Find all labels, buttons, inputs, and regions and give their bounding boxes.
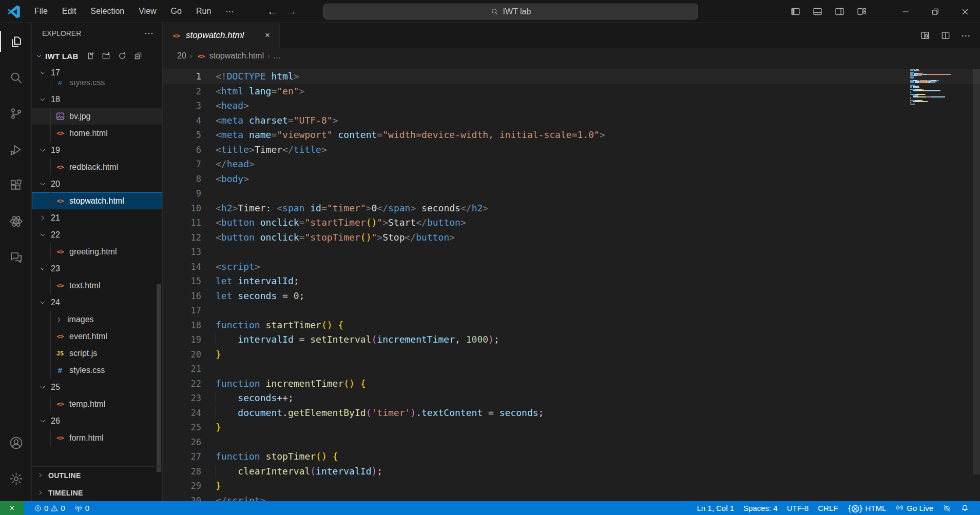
- activity-item-chat[interactable]: [0, 242, 32, 272]
- cursor-position[interactable]: Ln 1, Col 1: [692, 501, 739, 515]
- new-file-icon[interactable]: [86, 51, 95, 61]
- code-line[interactable]: 20}: [163, 347, 980, 362]
- tree-folder-19[interactable]: 19: [32, 142, 162, 159]
- tree-folder-26[interactable]: 26: [32, 412, 162, 429]
- collapse-all-icon[interactable]: [133, 51, 143, 61]
- workspace-section[interactable]: IWT LAB: [32, 48, 162, 64]
- indentation[interactable]: Spaces: 4: [739, 501, 782, 515]
- more-actions-icon[interactable]: ⋯: [961, 30, 971, 42]
- code-editor[interactable]: 1<!DOCTYPE html>2<html lang="en">3<head>…: [163, 64, 980, 501]
- tree-folder-21[interactable]: 21: [32, 209, 162, 226]
- problems-status[interactable]: 00: [29, 501, 70, 515]
- activity-item-extensions[interactable]: [0, 170, 32, 201]
- minimize-button[interactable]: [891, 0, 920, 23]
- code-line[interactable]: 12<button onclick="stopTimer()">Stop</bu…: [163, 230, 980, 245]
- tree-item-home.html[interactable]: <>home.html: [32, 125, 162, 142]
- code-line[interactable]: 29}: [163, 479, 980, 493]
- breadcrumb-item-[interactable]: ...: [274, 51, 280, 61]
- go-live[interactable]: Go Live: [891, 501, 938, 515]
- breadcrumb-item-stopwatchhtml[interactable]: <>stopwatch.html: [196, 51, 264, 61]
- menu-File[interactable]: File: [29, 5, 53, 18]
- code-line[interactable]: 6<title>Timer</title>: [163, 143, 980, 157]
- code-line[interactable]: 16let seconds = 0;: [163, 289, 980, 304]
- code-line[interactable]: 19 intervalId = setInterval(incrementTim…: [163, 332, 980, 347]
- tree-item-temp.html[interactable]: <>temp.html: [32, 395, 162, 412]
- tree-item-styles.css[interactable]: #styles.css: [32, 362, 162, 379]
- code-line[interactable]: 25}: [163, 420, 980, 435]
- tree-folder-23[interactable]: 23: [32, 260, 162, 277]
- code-line[interactable]: 1<!DOCTYPE html>: [163, 69, 980, 84]
- code-line[interactable]: 11<button onclick="startTimer()">Start</…: [163, 215, 980, 230]
- code-line[interactable]: 24 document.getElementById('timer').text…: [163, 406, 980, 421]
- code-line[interactable]: 9: [163, 186, 980, 201]
- menu-Edit[interactable]: Edit: [56, 5, 82, 18]
- menu-menu[interactable]: ⋯: [220, 5, 239, 18]
- tree-item-event.html[interactable]: <>event.html: [32, 328, 162, 345]
- breadcrumb-item-20[interactable]: 20: [177, 51, 186, 61]
- code-line[interactable]: 22function incrementTimer() {: [163, 377, 980, 391]
- code-line[interactable]: 21: [163, 362, 980, 377]
- tab-close-icon[interactable]: ×: [262, 30, 273, 41]
- tree-folder-22[interactable]: 22: [32, 226, 162, 243]
- toggle-primary-sidebar-icon[interactable]: [790, 6, 801, 17]
- code-line[interactable]: 7</head>: [163, 157, 980, 172]
- editor-scrollbar[interactable]: [973, 69, 980, 474]
- code-line[interactable]: 17: [163, 303, 980, 318]
- tree-folder-18[interactable]: 18: [32, 91, 162, 108]
- code-line[interactable]: 5<meta name="viewport" content="width=de…: [163, 128, 980, 143]
- forward-arrow-icon[interactable]: →: [286, 5, 297, 17]
- activity-item-settings[interactable]: [0, 463, 32, 494]
- activity-item-search[interactable]: [0, 62, 32, 93]
- close-button[interactable]: [950, 0, 980, 23]
- code-line[interactable]: 2<html lang="en">: [163, 84, 980, 99]
- menu-Run[interactable]: Run: [190, 5, 217, 18]
- tree-item-redblack.html[interactable]: <>redblack.html: [32, 159, 162, 175]
- remote-indicator[interactable]: [0, 501, 24, 515]
- code-line[interactable]: 10<h2>Timer: <span id="timer">0</span> s…: [163, 201, 980, 216]
- code-line[interactable]: 3<head>: [163, 98, 980, 113]
- tree-item-form.html[interactable]: <>form.html: [32, 429, 162, 446]
- eol[interactable]: CRLF: [813, 501, 842, 515]
- tree-item-styles.css[interactable]: #styles.css: [32, 81, 162, 91]
- split-editor-icon[interactable]: [940, 30, 951, 41]
- back-arrow-icon[interactable]: ←: [267, 5, 278, 17]
- activity-item-explorer[interactable]: [0, 26, 32, 57]
- ports-status[interactable]: 0: [70, 501, 94, 515]
- code-line[interactable]: 30</script>: [163, 493, 980, 502]
- tree-item-text.html[interactable]: <>text.html: [32, 277, 162, 294]
- activity-item-accounts[interactable]: [0, 427, 32, 458]
- code-line[interactable]: 18function startTimer() {: [163, 318, 980, 333]
- menu-View[interactable]: View: [133, 5, 162, 18]
- code-line[interactable]: 15let intervalId;: [163, 274, 980, 289]
- restore-button[interactable]: [920, 0, 950, 23]
- encoding[interactable]: UTF-8: [782, 501, 814, 515]
- outline-section[interactable]: OUTLINE: [32, 466, 163, 484]
- tree-item-script.js[interactable]: JSscript.js: [32, 345, 162, 362]
- activity-item-source-control[interactable]: [0, 98, 32, 129]
- language-mode[interactable]: {⨂}HTML: [842, 501, 891, 515]
- tree-folder-24[interactable]: 24: [32, 294, 162, 311]
- tab-stopwatch[interactable]: <> stopwatch.html ×: [163, 23, 280, 48]
- tree-item-greeting.html[interactable]: <>greeting.html: [32, 243, 162, 260]
- tree-folder-17[interactable]: 17: [32, 64, 162, 81]
- tree-item-images[interactable]: images: [32, 311, 162, 328]
- minimap[interactable]: [910, 69, 962, 131]
- activity-item-react[interactable]: [0, 206, 32, 236]
- code-line[interactable]: 28 clearInterval(intervalId);: [163, 464, 980, 479]
- code-line[interactable]: 8<body>: [163, 172, 980, 187]
- timeline-section[interactable]: TIMELINE: [32, 484, 163, 501]
- toggle-panel-icon[interactable]: [812, 6, 823, 17]
- copilot-status[interactable]: [938, 501, 956, 515]
- new-folder-icon[interactable]: [102, 51, 111, 61]
- toggle-secondary-sidebar-icon[interactable]: [834, 6, 845, 17]
- code-line[interactable]: 23 seconds++;: [163, 391, 980, 406]
- sidebar-scrollbar[interactable]: [157, 284, 161, 472]
- code-line[interactable]: 26: [163, 435, 980, 450]
- explorer-more-actions-icon[interactable]: ⋯: [144, 28, 154, 39]
- code-line[interactable]: 14<script>: [163, 260, 980, 274]
- refresh-icon[interactable]: [118, 51, 127, 61]
- code-line[interactable]: 13: [163, 245, 980, 260]
- menu-Go[interactable]: Go: [165, 5, 187, 18]
- code-line[interactable]: 27function stopTimer() {: [163, 449, 980, 464]
- open-preview-icon[interactable]: [920, 30, 930, 41]
